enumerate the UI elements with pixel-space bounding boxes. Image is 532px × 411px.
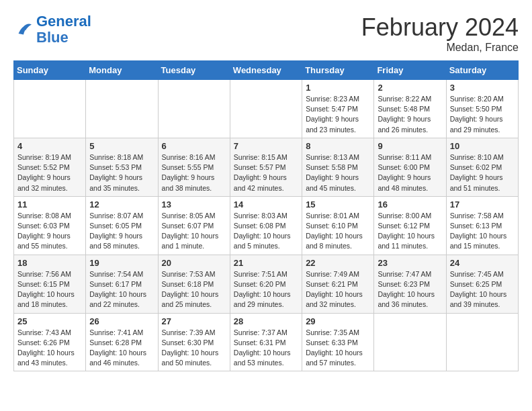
day-number: 24 bbox=[450, 258, 515, 268]
day-info: Sunrise: 8:07 AMSunset: 6:05 PMDaylight:… bbox=[89, 211, 154, 252]
day-info: Sunrise: 8:10 AMSunset: 6:02 PMDaylight:… bbox=[450, 152, 515, 193]
calendar-cell: 20Sunrise: 7:53 AMSunset: 6:18 PMDayligh… bbox=[158, 255, 230, 313]
day-number: 25 bbox=[17, 316, 82, 326]
calendar-cell: 22Sunrise: 7:49 AMSunset: 6:21 PMDayligh… bbox=[302, 255, 374, 313]
calendar-cell bbox=[14, 80, 86, 138]
day-info: Sunrise: 8:18 AMSunset: 5:53 PMDaylight:… bbox=[89, 152, 154, 193]
calendar-cell: 29Sunrise: 7:35 AMSunset: 6:33 PMDayligh… bbox=[302, 313, 374, 371]
calendar-week-row: 11Sunrise: 8:08 AMSunset: 6:03 PMDayligh… bbox=[14, 196, 519, 255]
calendar-cell: 12Sunrise: 8:07 AMSunset: 6:05 PMDayligh… bbox=[86, 196, 158, 255]
day-number: 26 bbox=[89, 316, 154, 326]
calendar-cell bbox=[446, 313, 518, 371]
calendar-cell: 7Sunrise: 8:15 AMSunset: 5:57 PMDaylight… bbox=[230, 138, 302, 196]
day-info: Sunrise: 8:15 AMSunset: 5:57 PMDaylight:… bbox=[234, 152, 298, 193]
day-number: 8 bbox=[306, 141, 370, 151]
day-info: Sunrise: 7:41 AMSunset: 6:28 PMDaylight:… bbox=[89, 328, 154, 369]
calendar-week-row: 25Sunrise: 7:43 AMSunset: 6:26 PMDayligh… bbox=[14, 313, 519, 371]
day-info: Sunrise: 7:37 AMSunset: 6:31 PMDaylight:… bbox=[234, 328, 298, 369]
day-info: Sunrise: 8:19 AMSunset: 5:52 PMDaylight:… bbox=[17, 152, 82, 193]
column-header-thursday: Thursday bbox=[302, 61, 374, 80]
day-info: Sunrise: 7:58 AMSunset: 6:13 PMDaylight:… bbox=[450, 211, 515, 252]
day-number: 1 bbox=[306, 83, 370, 93]
day-number: 9 bbox=[378, 141, 442, 151]
calendar-cell: 8Sunrise: 8:13 AMSunset: 5:58 PMDaylight… bbox=[302, 138, 374, 196]
calendar-header-row: SundayMondayTuesdayWednesdayThursdayFrid… bbox=[14, 61, 519, 80]
calendar-cell: 11Sunrise: 8:08 AMSunset: 6:03 PMDayligh… bbox=[14, 196, 86, 255]
calendar-cell: 1Sunrise: 8:23 AMSunset: 5:47 PMDaylight… bbox=[302, 80, 374, 138]
calendar-cell: 19Sunrise: 7:54 AMSunset: 6:17 PMDayligh… bbox=[86, 255, 158, 313]
calendar-cell: 13Sunrise: 8:05 AMSunset: 6:07 PMDayligh… bbox=[158, 196, 230, 255]
day-info: Sunrise: 8:16 AMSunset: 5:55 PMDaylight:… bbox=[162, 152, 226, 193]
day-info: Sunrise: 8:23 AMSunset: 5:47 PMDaylight:… bbox=[306, 94, 370, 135]
column-header-saturday: Saturday bbox=[446, 61, 518, 80]
logo-bird-icon bbox=[13, 19, 34, 40]
day-info: Sunrise: 7:53 AMSunset: 6:18 PMDaylight:… bbox=[162, 269, 226, 310]
logo-blue: Blue bbox=[36, 29, 69, 46]
calendar-cell: 2Sunrise: 8:22 AMSunset: 5:48 PMDaylight… bbox=[374, 80, 446, 138]
day-info: Sunrise: 8:13 AMSunset: 5:58 PMDaylight:… bbox=[306, 152, 370, 193]
day-number: 5 bbox=[89, 141, 154, 151]
day-info: Sunrise: 8:00 AMSunset: 6:12 PMDaylight:… bbox=[378, 211, 442, 252]
title-block: February 2024 Medan, France bbox=[361, 13, 519, 54]
day-info: Sunrise: 7:47 AMSunset: 6:23 PMDaylight:… bbox=[378, 269, 442, 310]
day-number: 17 bbox=[450, 199, 515, 210]
day-number: 6 bbox=[162, 141, 226, 151]
day-number: 21 bbox=[234, 258, 298, 268]
calendar-cell: 24Sunrise: 7:45 AMSunset: 6:25 PMDayligh… bbox=[446, 255, 518, 313]
column-header-wednesday: Wednesday bbox=[230, 61, 302, 80]
calendar-cell: 10Sunrise: 8:10 AMSunset: 6:02 PMDayligh… bbox=[446, 138, 518, 196]
calendar-cell: 26Sunrise: 7:41 AMSunset: 6:28 PMDayligh… bbox=[86, 313, 158, 371]
calendar-cell: 17Sunrise: 7:58 AMSunset: 6:13 PMDayligh… bbox=[446, 196, 518, 255]
calendar-cell: 25Sunrise: 7:43 AMSunset: 6:26 PMDayligh… bbox=[14, 313, 86, 371]
day-number: 2 bbox=[378, 83, 442, 93]
calendar-subtitle: Medan, France bbox=[361, 42, 519, 54]
day-number: 18 bbox=[17, 258, 82, 268]
calendar-cell bbox=[230, 80, 302, 138]
day-number: 4 bbox=[17, 141, 82, 151]
calendar-cell: 6Sunrise: 8:16 AMSunset: 5:55 PMDaylight… bbox=[158, 138, 230, 196]
day-number: 11 bbox=[17, 199, 82, 210]
logo-text: General Blue bbox=[36, 13, 91, 46]
day-info: Sunrise: 8:08 AMSunset: 6:03 PMDaylight:… bbox=[17, 211, 82, 252]
day-info: Sunrise: 7:51 AMSunset: 6:20 PMDaylight:… bbox=[234, 269, 298, 310]
calendar-cell bbox=[158, 80, 230, 138]
day-number: 14 bbox=[234, 199, 298, 210]
calendar-week-row: 18Sunrise: 7:56 AMSunset: 6:15 PMDayligh… bbox=[14, 255, 519, 313]
calendar-cell: 16Sunrise: 8:00 AMSunset: 6:12 PMDayligh… bbox=[374, 196, 446, 255]
column-header-sunday: Sunday bbox=[14, 61, 86, 80]
calendar-cell: 14Sunrise: 8:03 AMSunset: 6:08 PMDayligh… bbox=[230, 196, 302, 255]
day-info: Sunrise: 7:54 AMSunset: 6:17 PMDaylight:… bbox=[89, 269, 154, 310]
day-number: 3 bbox=[450, 83, 515, 93]
day-number: 19 bbox=[89, 258, 154, 268]
day-number: 29 bbox=[306, 316, 370, 326]
day-info: Sunrise: 8:20 AMSunset: 5:50 PMDaylight:… bbox=[450, 94, 515, 135]
day-number: 28 bbox=[234, 316, 298, 326]
day-number: 22 bbox=[306, 258, 370, 268]
day-info: Sunrise: 8:11 AMSunset: 6:00 PMDaylight:… bbox=[378, 152, 442, 193]
calendar-cell: 28Sunrise: 7:37 AMSunset: 6:31 PMDayligh… bbox=[230, 313, 302, 371]
day-info: Sunrise: 8:22 AMSunset: 5:48 PMDaylight:… bbox=[378, 94, 442, 135]
column-header-friday: Friday bbox=[374, 61, 446, 80]
logo-general: General bbox=[36, 13, 91, 30]
calendar-table: SundayMondayTuesdayWednesdayThursdayFrid… bbox=[13, 60, 519, 371]
calendar-cell bbox=[374, 313, 446, 371]
calendar-cell: 21Sunrise: 7:51 AMSunset: 6:20 PMDayligh… bbox=[230, 255, 302, 313]
day-info: Sunrise: 7:45 AMSunset: 6:25 PMDaylight:… bbox=[450, 269, 515, 310]
calendar-week-row: 1Sunrise: 8:23 AMSunset: 5:47 PMDaylight… bbox=[14, 80, 519, 138]
calendar-cell bbox=[86, 80, 158, 138]
day-info: Sunrise: 8:05 AMSunset: 6:07 PMDaylight:… bbox=[162, 211, 226, 252]
calendar-cell: 5Sunrise: 8:18 AMSunset: 5:53 PMDaylight… bbox=[86, 138, 158, 196]
page-header: General Blue February 2024 Medan, France bbox=[13, 13, 519, 54]
column-header-monday: Monday bbox=[86, 61, 158, 80]
day-info: Sunrise: 7:39 AMSunset: 6:30 PMDaylight:… bbox=[162, 328, 226, 369]
logo: General Blue bbox=[13, 13, 91, 46]
day-number: 13 bbox=[162, 199, 226, 210]
calendar-cell: 9Sunrise: 8:11 AMSunset: 6:00 PMDaylight… bbox=[374, 138, 446, 196]
calendar-title: February 2024 bbox=[361, 13, 519, 42]
day-number: 15 bbox=[306, 199, 370, 210]
day-info: Sunrise: 8:01 AMSunset: 6:10 PMDaylight:… bbox=[306, 211, 370, 252]
day-info: Sunrise: 7:49 AMSunset: 6:21 PMDaylight:… bbox=[306, 269, 370, 310]
calendar-cell: 23Sunrise: 7:47 AMSunset: 6:23 PMDayligh… bbox=[374, 255, 446, 313]
day-number: 20 bbox=[162, 258, 226, 268]
day-info: Sunrise: 7:56 AMSunset: 6:15 PMDaylight:… bbox=[17, 269, 82, 310]
